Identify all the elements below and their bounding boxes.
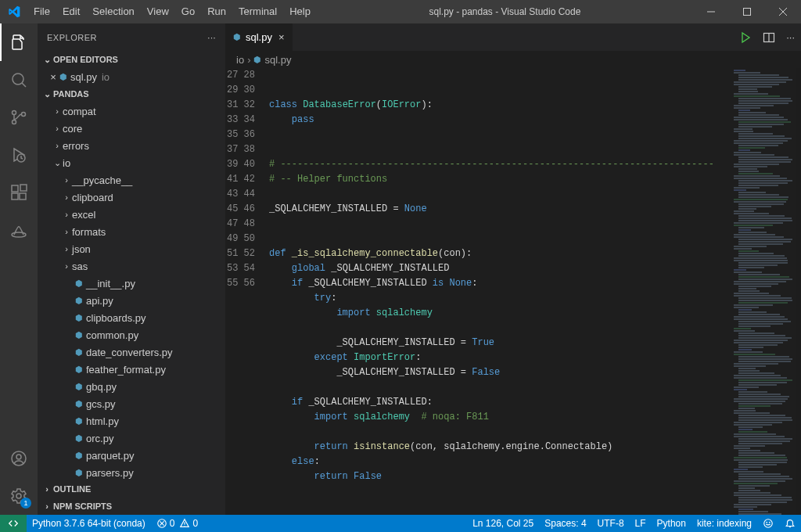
svg-point-30 [769, 522, 770, 523]
folder-item[interactable]: ›formats [38, 223, 225, 240]
npm-scripts-section[interactable]: › NPM SCRIPTS [38, 498, 225, 515]
workspace-section[interactable]: ⌄ PANDAS [38, 85, 225, 102]
python-file-icon: ⬢ [72, 279, 86, 289]
close-tab-icon[interactable]: × [278, 31, 285, 43]
status-kite[interactable]: kite: indexing [691, 515, 757, 532]
file-item[interactable]: ⬢orc.py [38, 430, 225, 447]
folder-item[interactable]: ›errors [38, 137, 225, 154]
python-file-icon: ⬢ [72, 468, 86, 478]
editor-more-icon[interactable]: ··· [786, 31, 795, 43]
file-item[interactable]: ⬢parquet.py [38, 447, 225, 464]
open-editors-section[interactable]: ⌄ OPEN EDITORS [38, 51, 225, 68]
python-file-icon: ⬢ [233, 32, 241, 42]
status-language[interactable]: Python [652, 515, 691, 532]
source-control-activity[interactable] [0, 99, 38, 136]
file-item[interactable]: ⬢gbq.py [38, 378, 225, 395]
settings-badge: 1 [20, 498, 31, 509]
tree-item-label: html.py [86, 415, 119, 427]
folder-item[interactable]: ›clipboard [38, 189, 225, 206]
svg-point-29 [767, 522, 767, 523]
minimap[interactable] [731, 68, 801, 515]
file-tree: ›compat›core›errors⌄io›__pycache__›clipb… [38, 102, 225, 480]
svg-point-4 [13, 74, 23, 84]
folder-item[interactable]: ›excel [38, 206, 225, 223]
maximize-button[interactable] [729, 0, 765, 23]
minimize-button[interactable] [693, 0, 729, 23]
status-bell-icon[interactable] [779, 515, 801, 532]
menu-file[interactable]: File [27, 0, 56, 23]
close-editor-icon[interactable]: × [47, 71, 59, 83]
split-editor-icon[interactable] [763, 31, 775, 44]
menu-edit[interactable]: Edit [56, 0, 86, 23]
breadcrumb-segment[interactable]: sql.py [264, 54, 291, 66]
remote-indicator[interactable] [0, 515, 27, 532]
code-content[interactable]: class DatabaseError(IOError): pass # ---… [269, 68, 731, 515]
chevron-right-icon: › [61, 175, 72, 185]
editor-tab[interactable]: ⬢ sql.py × [225, 23, 293, 51]
folder-item[interactable]: ⌄io [38, 154, 225, 171]
menu-help[interactable]: Help [283, 0, 317, 23]
status-cursor[interactable]: Ln 126, Col 25 [467, 515, 539, 532]
menu-go[interactable]: Go [175, 0, 201, 23]
chevron-down-icon: ⌄ [41, 89, 53, 99]
status-python-env[interactable]: Python 3.7.6 64-bit (conda) [27, 515, 151, 532]
run-file-icon[interactable] [739, 31, 752, 44]
folder-item[interactable]: ›json [38, 240, 225, 257]
file-item[interactable]: ⬢feather_format.py [38, 361, 225, 378]
python-file-icon: ⬢ [72, 313, 86, 323]
menu-terminal[interactable]: Terminal [232, 0, 283, 23]
python-file-icon: ⬢ [72, 382, 86, 392]
status-feedback-icon[interactable] [757, 515, 779, 532]
python-file-icon: ⬢ [72, 365, 86, 375]
menu-view[interactable]: View [141, 0, 175, 23]
file-item[interactable]: ⬢clipboards.py [38, 309, 225, 326]
chevron-right-icon: › [41, 484, 53, 494]
tree-item-label: sas [72, 261, 88, 272]
menu-run[interactable]: Run [201, 0, 232, 23]
svg-point-8 [22, 113, 26, 117]
chevron-right-icon: › [247, 54, 250, 66]
file-item[interactable]: ⬢api.py [38, 292, 225, 309]
python-file-icon: ⬢ [72, 451, 86, 461]
extensions-activity[interactable] [0, 174, 38, 211]
status-problems[interactable]: 0 0 [151, 515, 203, 532]
search-activity[interactable] [0, 61, 38, 99]
explorer-activity[interactable] [0, 23, 38, 61]
file-item[interactable]: ⬢__init__.py [38, 275, 225, 292]
file-item[interactable]: ⬢parsers.py [38, 464, 225, 480]
remote-explorer-activity[interactable] [0, 211, 38, 249]
file-item[interactable]: ⬢gcs.py [38, 395, 225, 412]
sidebar-more-icon[interactable]: ··· [207, 33, 216, 42]
outline-section[interactable]: › OUTLINE [38, 480, 225, 498]
accounts-activity[interactable] [0, 440, 38, 477]
file-item[interactable]: ⬢html.py [38, 412, 225, 430]
tree-item-label: excel [72, 209, 95, 221]
status-eol[interactable]: LF [630, 515, 652, 532]
file-item[interactable]: ⬢date_converters.py [38, 343, 225, 361]
vscode-logo-icon [0, 5, 27, 18]
folder-item[interactable]: ›sas [38, 257, 225, 275]
file-item[interactable]: ⬢common.py [38, 326, 225, 343]
status-error-count: 0 [170, 518, 175, 529]
folder-item[interactable]: ›core [38, 120, 225, 137]
svg-line-5 [22, 83, 26, 87]
python-file-icon: ⬢ [72, 416, 86, 426]
breadcrumb-segment[interactable]: io [236, 54, 244, 66]
code-editor[interactable]: 27 28 29 30 31 32 33 34 35 36 37 38 39 4… [225, 68, 801, 515]
close-button[interactable] [765, 0, 801, 23]
chevron-right-icon: › [61, 244, 72, 253]
settings-activity[interactable]: 1 [0, 477, 38, 515]
breadcrumbs[interactable]: io › ⬢ sql.py [225, 51, 801, 68]
status-indent[interactable]: Spaces: 4 [539, 515, 591, 532]
open-editor-item[interactable]: × ⬢ sql.py io [38, 68, 225, 85]
menu-selection[interactable]: Selection [86, 0, 140, 23]
tree-item-label: __init__.py [86, 278, 135, 289]
tree-item-label: api.py [86, 295, 113, 307]
run-debug-activity[interactable] [0, 136, 38, 174]
folder-item[interactable]: ›__pycache__ [38, 171, 225, 189]
folder-item[interactable]: ›compat [38, 102, 225, 120]
python-file-icon: ⬢ [59, 72, 67, 82]
status-encoding[interactable]: UTF-8 [592, 515, 630, 532]
tree-item-label: common.py [86, 329, 138, 341]
svg-point-6 [13, 111, 16, 115]
